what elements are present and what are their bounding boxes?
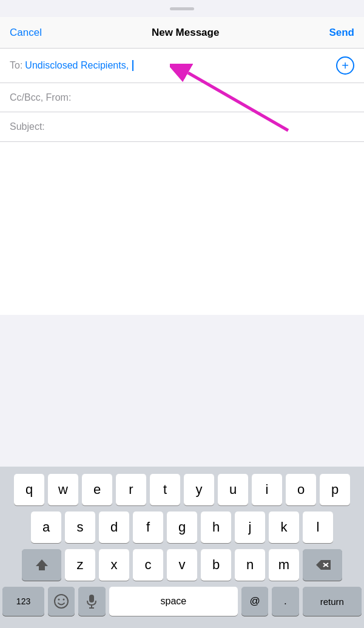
- key-z[interactable]: z: [65, 549, 95, 581]
- period-key[interactable]: .: [272, 587, 298, 616]
- to-field-row[interactable]: To: Undisclosed Recipients, +: [0, 49, 364, 83]
- key-o[interactable]: o: [286, 474, 316, 505]
- keyboard-row-2: a s d f g h j k l: [2, 512, 362, 543]
- numbers-key[interactable]: 123: [2, 587, 44, 616]
- shift-icon: [35, 558, 49, 572]
- key-k[interactable]: k: [269, 512, 299, 543]
- key-f[interactable]: f: [133, 512, 163, 543]
- key-q[interactable]: q: [14, 474, 44, 505]
- key-m[interactable]: m: [269, 549, 299, 581]
- key-d[interactable]: d: [99, 512, 129, 543]
- svg-point-6: [58, 599, 60, 601]
- key-i[interactable]: i: [252, 474, 282, 505]
- microphone-key[interactable]: [78, 587, 105, 616]
- shift-key[interactable]: [22, 549, 61, 581]
- backspace-icon: [315, 559, 331, 571]
- cancel-button[interactable]: Cancel: [10, 27, 42, 39]
- cc-bcc-label: Cc/Bcc, From:: [10, 92, 71, 103]
- to-value: Undisclosed Recipients,: [25, 60, 336, 72]
- key-y[interactable]: y: [184, 474, 214, 505]
- subject-field-row[interactable]: Subject:: [0, 112, 364, 141]
- to-label: To:: [10, 60, 22, 71]
- key-h[interactable]: h: [201, 512, 231, 543]
- space-key[interactable]: space: [109, 587, 238, 616]
- add-contact-button[interactable]: +: [336, 56, 354, 75]
- subject-label: Subject:: [10, 121, 45, 132]
- key-w[interactable]: w: [48, 474, 78, 505]
- key-e[interactable]: e: [82, 474, 112, 505]
- key-r[interactable]: r: [116, 474, 146, 505]
- key-g[interactable]: g: [167, 512, 197, 543]
- key-c[interactable]: c: [133, 549, 163, 581]
- keyboard[interactable]: q w e r t y u i o p a s d f g h j k l z …: [0, 467, 364, 628]
- drag-handle-area: [0, 0, 364, 17]
- emoji-key[interactable]: [48, 587, 75, 616]
- to-text: Undisclosed Recipients,: [25, 60, 129, 70]
- key-p[interactable]: p: [320, 474, 350, 505]
- key-a[interactable]: a: [31, 512, 61, 543]
- compose-header: Cancel New Message Send: [0, 17, 364, 49]
- cc-bcc-field-row[interactable]: Cc/Bcc, From:: [0, 83, 364, 112]
- key-u[interactable]: u: [218, 474, 248, 505]
- key-s[interactable]: s: [65, 512, 95, 543]
- keyboard-row-4: 123 space @ . return: [2, 587, 362, 616]
- svg-point-5: [55, 595, 68, 608]
- key-n[interactable]: n: [235, 549, 265, 581]
- key-x[interactable]: x: [99, 549, 129, 581]
- keyboard-row-1: q w e r t y u i o p: [2, 474, 362, 505]
- return-key[interactable]: return: [303, 587, 362, 616]
- keyboard-row-3: z x c v b n m: [2, 549, 362, 581]
- at-key[interactable]: @: [241, 587, 268, 616]
- svg-point-7: [63, 599, 65, 601]
- emoji-icon: [53, 593, 69, 609]
- backspace-key[interactable]: [303, 549, 342, 581]
- svg-rect-8: [89, 595, 94, 603]
- microphone-icon: [86, 594, 97, 609]
- plus-icon: +: [342, 59, 349, 73]
- key-b[interactable]: b: [201, 549, 231, 581]
- key-l[interactable]: l: [303, 512, 333, 543]
- drag-handle: [170, 7, 194, 10]
- text-cursor: [132, 60, 133, 71]
- svg-marker-2: [36, 559, 48, 570]
- send-button[interactable]: Send: [329, 27, 354, 39]
- message-body[interactable]: [0, 142, 364, 315]
- compose-form: To: Undisclosed Recipients, + Cc/Bcc, Fr…: [0, 49, 364, 142]
- key-t[interactable]: t: [150, 474, 180, 505]
- key-j[interactable]: j: [235, 512, 265, 543]
- key-v[interactable]: v: [167, 549, 197, 581]
- page-title: New Message: [152, 27, 220, 39]
